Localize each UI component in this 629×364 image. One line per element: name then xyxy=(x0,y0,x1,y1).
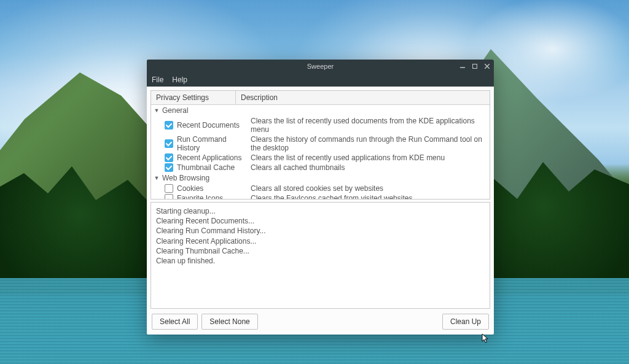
button-row: Select All Select None Clean Up xyxy=(150,311,490,331)
tree-item[interactable]: Recent DocumentsClears the list of recen… xyxy=(151,116,490,134)
item-description: Clears the list of recently used applica… xyxy=(246,153,487,162)
item-label: Recent Applications xyxy=(177,153,246,162)
group-label: General xyxy=(162,106,189,115)
tree-item[interactable]: Thumbnail CacheClears all cached thumbna… xyxy=(151,163,490,172)
item-label: Cookies xyxy=(177,184,246,193)
select-none-button[interactable]: Select None xyxy=(201,314,257,330)
tree-item[interactable]: Run Command HistoryClears the history of… xyxy=(151,134,490,153)
item-description: Clears the history of commands run throu… xyxy=(246,135,487,152)
svg-rect-1 xyxy=(473,64,477,69)
log-line: Clearing Run Command History... xyxy=(156,226,485,236)
item-label: Recent Documents xyxy=(177,121,246,130)
log-line: Clean up finished. xyxy=(156,256,485,266)
log-output[interactable]: Starting cleanup...Clearing Recent Docum… xyxy=(150,202,490,309)
item-description: Clears all stored cookies set by website… xyxy=(246,184,487,193)
item-description: Clears the FavIcons cached from visited … xyxy=(246,194,487,199)
tree-item[interactable]: Favorite IconsClears the FavIcons cached… xyxy=(151,193,490,199)
checkbox[interactable] xyxy=(165,139,173,148)
tree-group[interactable]: ▼Web Browsing xyxy=(151,172,490,184)
tree-body[interactable]: ▼GeneralRecent DocumentsClears the list … xyxy=(151,105,490,199)
window-title: Sweeper xyxy=(307,63,334,70)
menu-file[interactable]: File xyxy=(152,76,163,84)
titlebar[interactable]: Sweeper xyxy=(147,60,494,73)
tree-item[interactable]: Recent ApplicationsClears the list of re… xyxy=(151,153,490,163)
menu-help[interactable]: Help xyxy=(172,76,187,84)
chevron-down-icon[interactable]: ▼ xyxy=(154,175,160,181)
log-line: Starting cleanup... xyxy=(156,206,485,216)
log-line: Clearing Recent Documents... xyxy=(156,216,485,226)
minimize-icon[interactable] xyxy=(459,63,466,69)
checkbox[interactable] xyxy=(165,163,173,172)
item-label: Thumbnail Cache xyxy=(177,163,246,172)
window-content: Privacy Settings Description ▼GeneralRec… xyxy=(147,87,494,335)
item-label: Favorite Icons xyxy=(177,194,246,199)
checkbox[interactable] xyxy=(165,184,173,193)
sweeper-window: Sweeper File Help Privacy Settings Descr… xyxy=(147,60,494,335)
tree-group[interactable]: ▼General xyxy=(151,105,490,116)
maximize-icon[interactable] xyxy=(472,63,478,69)
column-privacy[interactable]: Privacy Settings xyxy=(151,91,236,104)
item-description: Clears all cached thumbnails xyxy=(246,163,487,172)
tree-item[interactable]: CookiesClears all stored cookies set by … xyxy=(151,184,490,193)
checkbox[interactable] xyxy=(165,121,173,130)
select-all-button[interactable]: Select All xyxy=(152,314,198,330)
column-description[interactable]: Description xyxy=(236,91,490,104)
tree-header: Privacy Settings Description xyxy=(151,91,490,105)
item-description: Clears the list of recently used documen… xyxy=(246,117,487,134)
group-label: Web Browsing xyxy=(162,174,209,182)
menubar: File Help xyxy=(147,73,494,87)
log-line: Clearing Recent Applications... xyxy=(156,236,485,246)
window-controls xyxy=(459,60,490,73)
checkbox[interactable] xyxy=(165,153,173,162)
chevron-down-icon[interactable]: ▼ xyxy=(154,107,160,114)
item-label: Run Command History xyxy=(177,135,246,152)
log-line: Clearing Thumbnail Cache... xyxy=(156,246,485,256)
close-icon[interactable] xyxy=(484,63,490,69)
settings-tree: Privacy Settings Description ▼GeneralRec… xyxy=(150,90,490,199)
checkbox[interactable] xyxy=(165,194,173,199)
clean-up-button[interactable]: Clean Up xyxy=(442,314,489,330)
